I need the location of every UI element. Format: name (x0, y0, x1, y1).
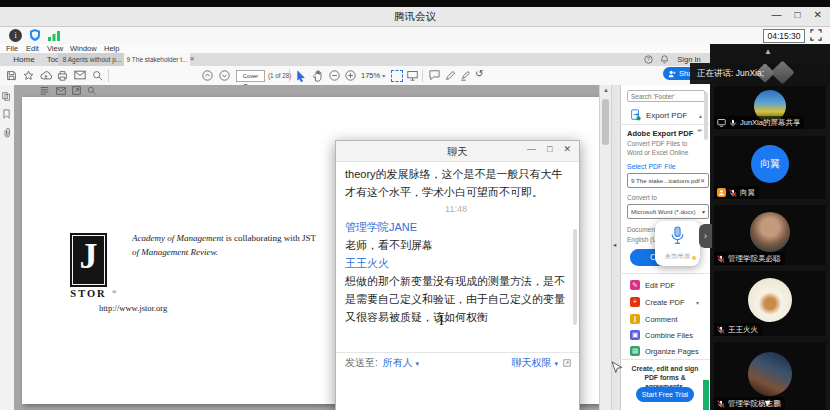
mic-muted-icon (717, 400, 725, 408)
tab-home[interactable]: Home (8, 53, 40, 66)
tools-search-input[interactable] (627, 90, 705, 102)
network-signal-icon[interactable] (48, 30, 60, 41)
jstor-url[interactable]: http://www.jstor.org (99, 303, 167, 313)
pencil-icon[interactable] (445, 70, 456, 81)
menu-file[interactable]: File (6, 44, 18, 53)
tool-create-pdf[interactable]: + Create PDF ▾ (630, 296, 685, 308)
minimize-icon[interactable]: — (772, 9, 782, 20)
zoom-in-icon[interactable] (345, 70, 356, 81)
participant-tile[interactable]: 管理学院吴必聪 (714, 205, 826, 265)
star-icon[interactable] (23, 70, 34, 81)
chat-titlebar[interactable]: 聊天 — □ ✕ (336, 141, 579, 162)
help-icon[interactable]: ? (644, 55, 653, 64)
bookmarks-icon[interactable] (2, 109, 11, 119)
cloud-upload-icon[interactable] (40, 70, 52, 81)
panel-collapse-icon[interactable]: ◂ (613, 241, 616, 249)
tool-combine-files[interactable]: ▣ Combine Files (630, 329, 693, 341)
next-page-icon[interactable] (219, 70, 230, 81)
scrollbar-thumb[interactable] (602, 99, 609, 145)
chat-sender: 王王火火 (345, 254, 567, 272)
zoom-level-dropdown[interactable]: 175% ▾ (361, 71, 385, 80)
scroll-up-icon[interactable]: ▲ (603, 87, 609, 93)
tool-edit-pdf[interactable]: ✎ Edit PDF (630, 279, 675, 291)
adobe-export-title: Adobe Export PDF (627, 129, 693, 138)
chat-permission-dropdown[interactable]: 聊天权限 ▾ (512, 356, 558, 370)
presentation-icon[interactable] (407, 70, 418, 81)
snapshot-tool-icon[interactable] (391, 70, 403, 82)
quick-list-icon[interactable] (40, 86, 49, 95)
page-thumbnails-icon[interactable] (2, 92, 11, 101)
previous-page-icon[interactable] (202, 70, 213, 81)
acrobat-left-rail (0, 85, 15, 410)
panel-scrollbar[interactable] (704, 92, 708, 140)
rotate-tool-icon[interactable]: ↺ (475, 68, 483, 79)
security-shield-icon[interactable] (29, 28, 41, 42)
tab-document-2-active[interactable]: 9 The stakeholder t... (124, 53, 190, 66)
bell-icon[interactable] (660, 55, 669, 64)
tab-close-icon[interactable]: ✕ (188, 53, 196, 66)
format-dropdown[interactable]: Microsoft Word (*.docx) ▾ (627, 204, 709, 219)
menu-view[interactable]: View (47, 44, 63, 53)
maximize-icon[interactable]: □ (795, 9, 801, 20)
quick-export-icon[interactable] (72, 86, 81, 95)
export-pdf-row[interactable]: Export PDF ▴ (620, 106, 710, 125)
screen: 腾讯会议 — □ ✕ i 04:15:30 File Edit View Win… (0, 0, 830, 410)
select-cursor-icon[interactable] (296, 70, 306, 82)
menu-window[interactable]: Window (70, 44, 97, 53)
send-to-dropdown[interactable]: 所有人 ▾ (383, 356, 419, 370)
menu-help[interactable]: Help (104, 44, 119, 53)
hand-tool-icon[interactable] (312, 70, 323, 82)
combine-files-icon: ▣ (630, 330, 640, 340)
participant-tile[interactable]: 向翼 向翼 (714, 136, 826, 199)
zoom-out-icon[interactable] (329, 70, 340, 81)
page-number-input[interactable]: Cover Page (236, 70, 265, 82)
export-collapse-icon[interactable]: ▴ (699, 112, 702, 119)
meeting-statusbar (0, 27, 830, 45)
tool-organize-pages[interactable]: ▤ Organize Pages (630, 345, 699, 357)
chat-minimize-icon[interactable]: — (527, 144, 536, 154)
host-badge-icon (717, 188, 726, 197)
highlighter-icon[interactable] (460, 70, 471, 81)
start-free-trial-button[interactable]: Start Free Trial (636, 387, 694, 402)
tab-document-1[interactable]: 8 Agents without p... (58, 53, 127, 66)
meeting-info-icon[interactable]: i (9, 29, 22, 42)
remove-file-icon[interactable]: ✕ (700, 177, 705, 184)
menu-edit[interactable]: Edit (26, 44, 39, 53)
page-count-label: (1 of 28) (268, 72, 291, 79)
registered-mark: ® (112, 289, 117, 295)
export-pdf-icon (630, 109, 641, 121)
fullscreen-icon[interactable] (810, 29, 822, 41)
chat-input-area[interactable] (336, 372, 579, 410)
create-pdf-caret-icon: ▾ (696, 299, 699, 306)
window-title: 腾讯会议 (0, 10, 830, 24)
attachments-icon[interactable] (2, 127, 11, 138)
email-icon[interactable] (74, 70, 86, 80)
sidebar-scroll-down-icon[interactable]: ▼ (763, 398, 772, 408)
create-pdf-icon: + (630, 297, 640, 307)
comment-bubble-icon[interactable] (429, 70, 440, 80)
tool-comment[interactable]: ❙ Comment (630, 313, 678, 325)
collapse-right-icon: › (704, 231, 707, 241)
acrobat-tabrow: Home Tools 8 Agents without p... 9 The s… (0, 53, 710, 67)
participant-tile[interactable]: 王王火火 (714, 271, 826, 336)
quick-mail-icon[interactable] (56, 87, 66, 95)
selected-file-box[interactable]: 9 The stake...ications.pdf ✕ (627, 173, 709, 188)
mic-icon (670, 226, 685, 246)
sidebar-collapse-handle[interactable]: › (699, 224, 712, 248)
mic-widget[interactable]: 点击/长按 (655, 221, 700, 266)
close-icon[interactable]: ✕ (814, 9, 822, 20)
search-icon[interactable] (92, 70, 103, 81)
quick-search-icon[interactable] (87, 86, 96, 95)
chat-close-icon[interactable]: ✕ (563, 144, 571, 154)
participant-label: 向翼 (714, 186, 759, 199)
save-icon[interactable] (6, 70, 17, 81)
select-pdf-file-label: Select PDF File (627, 163, 676, 170)
sidebar-collapse-up-icon[interactable]: ▲ (764, 47, 772, 56)
mic-muted-icon (717, 255, 725, 263)
chat-maximize-icon[interactable]: □ (547, 144, 552, 154)
print-icon[interactable] (57, 70, 68, 81)
participant-tile[interactable]: JunXia的屏幕共享 (714, 86, 826, 129)
chat-popout-icon[interactable] (563, 359, 571, 367)
chat-scrollbar[interactable] (573, 229, 577, 325)
edit-pdf-icon: ✎ (630, 280, 640, 290)
